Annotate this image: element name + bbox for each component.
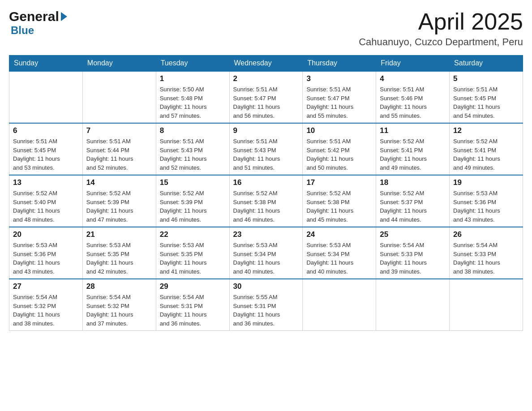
day-number: 21 — [86, 230, 152, 239]
day-number: 28 — [86, 282, 152, 291]
col-header-saturday: Saturday — [450, 56, 523, 72]
table-row: 17Sunrise: 5:52 AMSunset: 5:38 PMDayligh… — [303, 175, 376, 227]
day-number: 30 — [233, 282, 299, 291]
calendar-table: Sunday Monday Tuesday Wednesday Thursday… — [9, 55, 523, 331]
day-info: Sunrise: 5:51 AMSunset: 5:46 PMDaylight:… — [380, 85, 446, 120]
day-number: 7 — [86, 126, 152, 135]
day-number: 14 — [86, 178, 152, 187]
day-number: 19 — [453, 178, 519, 187]
calendar-header-row: Sunday Monday Tuesday Wednesday Thursday… — [9, 56, 523, 72]
day-info: Sunrise: 5:54 AMSunset: 5:32 PMDaylight:… — [86, 293, 152, 328]
day-info: Sunrise: 5:52 AMSunset: 5:39 PMDaylight:… — [86, 189, 152, 224]
day-number: 11 — [380, 126, 446, 135]
table-row — [376, 279, 450, 331]
table-row: 28Sunrise: 5:54 AMSunset: 5:32 PMDayligh… — [82, 279, 156, 331]
day-info: Sunrise: 5:52 AMSunset: 5:41 PMDaylight:… — [453, 137, 519, 172]
table-row: 1Sunrise: 5:50 AMSunset: 5:48 PMDaylight… — [156, 71, 229, 123]
day-number: 1 — [160, 74, 226, 83]
day-number: 6 — [13, 126, 79, 135]
table-row: 10Sunrise: 5:51 AMSunset: 5:42 PMDayligh… — [303, 123, 376, 175]
table-row: 15Sunrise: 5:52 AMSunset: 5:39 PMDayligh… — [156, 175, 229, 227]
day-number: 8 — [160, 126, 226, 135]
day-info: Sunrise: 5:51 AMSunset: 5:44 PMDaylight:… — [86, 137, 152, 172]
calendar-week-row: 1Sunrise: 5:50 AMSunset: 5:48 PMDaylight… — [9, 71, 523, 123]
day-number: 2 — [233, 74, 299, 83]
table-row: 19Sunrise: 5:53 AMSunset: 5:36 PMDayligh… — [450, 175, 523, 227]
col-header-wednesday: Wednesday — [229, 56, 303, 72]
day-number: 13 — [13, 178, 79, 187]
table-row: 14Sunrise: 5:52 AMSunset: 5:39 PMDayligh… — [82, 175, 156, 227]
day-info: Sunrise: 5:51 AMSunset: 5:43 PMDaylight:… — [233, 137, 299, 172]
day-number: 27 — [13, 282, 79, 291]
day-info: Sunrise: 5:53 AMSunset: 5:36 PMDaylight:… — [13, 241, 79, 276]
title-area: April 2025 Cahuanuyo, Cuzco Department, … — [359, 9, 523, 48]
day-number: 29 — [160, 282, 226, 291]
day-info: Sunrise: 5:51 AMSunset: 5:42 PMDaylight:… — [306, 137, 372, 172]
table-row: 23Sunrise: 5:53 AMSunset: 5:34 PMDayligh… — [229, 227, 303, 279]
table-row: 29Sunrise: 5:54 AMSunset: 5:31 PMDayligh… — [156, 279, 229, 331]
day-info: Sunrise: 5:54 AMSunset: 5:33 PMDaylight:… — [453, 241, 519, 276]
table-row: 20Sunrise: 5:53 AMSunset: 5:36 PMDayligh… — [9, 227, 83, 279]
day-info: Sunrise: 5:55 AMSunset: 5:31 PMDaylight:… — [233, 293, 299, 328]
table-row — [303, 279, 376, 331]
day-number: 3 — [306, 74, 372, 83]
table-row: 13Sunrise: 5:52 AMSunset: 5:40 PMDayligh… — [9, 175, 83, 227]
table-row — [450, 279, 523, 331]
day-info: Sunrise: 5:53 AMSunset: 5:34 PMDaylight:… — [233, 241, 299, 276]
table-row: 27Sunrise: 5:54 AMSunset: 5:32 PMDayligh… — [9, 279, 83, 331]
day-info: Sunrise: 5:51 AMSunset: 5:47 PMDaylight:… — [233, 85, 299, 120]
calendar-week-row: 13Sunrise: 5:52 AMSunset: 5:40 PMDayligh… — [9, 175, 523, 227]
month-title: April 2025 — [359, 9, 523, 34]
day-info: Sunrise: 5:51 AMSunset: 5:43 PMDaylight:… — [160, 137, 226, 172]
day-info: Sunrise: 5:52 AMSunset: 5:39 PMDaylight:… — [160, 189, 226, 224]
logo-triangle-icon — [61, 12, 67, 21]
day-number: 24 — [306, 230, 372, 239]
col-header-monday: Monday — [82, 56, 156, 72]
table-row — [82, 71, 156, 123]
table-row: 6Sunrise: 5:51 AMSunset: 5:45 PMDaylight… — [9, 123, 83, 175]
day-number: 4 — [380, 74, 446, 83]
day-number: 20 — [13, 230, 79, 239]
table-row: 11Sunrise: 5:52 AMSunset: 5:41 PMDayligh… — [376, 123, 450, 175]
table-row: 24Sunrise: 5:53 AMSunset: 5:34 PMDayligh… — [303, 227, 376, 279]
day-number: 10 — [306, 126, 372, 135]
day-info: Sunrise: 5:52 AMSunset: 5:37 PMDaylight:… — [380, 189, 446, 224]
logo-blue-text: Blue — [11, 24, 34, 37]
day-number: 22 — [160, 230, 226, 239]
table-row: 30Sunrise: 5:55 AMSunset: 5:31 PMDayligh… — [229, 279, 303, 331]
calendar-week-row: 6Sunrise: 5:51 AMSunset: 5:45 PMDaylight… — [9, 123, 523, 175]
logo-general-text: General — [9, 9, 67, 24]
table-row: 5Sunrise: 5:51 AMSunset: 5:45 PMDaylight… — [450, 71, 523, 123]
day-number: 18 — [380, 178, 446, 187]
day-info: Sunrise: 5:51 AMSunset: 5:45 PMDaylight:… — [13, 137, 79, 172]
day-info: Sunrise: 5:53 AMSunset: 5:36 PMDaylight:… — [453, 189, 519, 224]
day-info: Sunrise: 5:53 AMSunset: 5:34 PMDaylight:… — [306, 241, 372, 276]
day-number: 25 — [380, 230, 446, 239]
calendar-week-row: 27Sunrise: 5:54 AMSunset: 5:32 PMDayligh… — [9, 279, 523, 331]
day-number: 12 — [453, 126, 519, 135]
day-info: Sunrise: 5:51 AMSunset: 5:47 PMDaylight:… — [306, 85, 372, 120]
table-row: 4Sunrise: 5:51 AMSunset: 5:46 PMDaylight… — [376, 71, 450, 123]
col-header-thursday: Thursday — [303, 56, 376, 72]
table-row: 21Sunrise: 5:53 AMSunset: 5:35 PMDayligh… — [82, 227, 156, 279]
day-info: Sunrise: 5:52 AMSunset: 5:40 PMDaylight:… — [13, 189, 79, 224]
table-row: 16Sunrise: 5:52 AMSunset: 5:38 PMDayligh… — [229, 175, 303, 227]
col-header-sunday: Sunday — [9, 56, 83, 72]
table-row: 7Sunrise: 5:51 AMSunset: 5:44 PMDaylight… — [82, 123, 156, 175]
table-row: 12Sunrise: 5:52 AMSunset: 5:41 PMDayligh… — [450, 123, 523, 175]
table-row: 25Sunrise: 5:54 AMSunset: 5:33 PMDayligh… — [376, 227, 450, 279]
day-info: Sunrise: 5:54 AMSunset: 5:33 PMDaylight:… — [380, 241, 446, 276]
table-row — [9, 71, 83, 123]
day-info: Sunrise: 5:51 AMSunset: 5:45 PMDaylight:… — [453, 85, 519, 120]
page-header: General Blue April 2025 Cahuanuyo, Cuzco… — [9, 9, 523, 48]
day-info: Sunrise: 5:53 AMSunset: 5:35 PMDaylight:… — [160, 241, 226, 276]
day-info: Sunrise: 5:54 AMSunset: 5:32 PMDaylight:… — [13, 293, 79, 328]
table-row: 9Sunrise: 5:51 AMSunset: 5:43 PMDaylight… — [229, 123, 303, 175]
day-info: Sunrise: 5:50 AMSunset: 5:48 PMDaylight:… — [160, 85, 226, 120]
day-info: Sunrise: 5:52 AMSunset: 5:41 PMDaylight:… — [380, 137, 446, 172]
day-info: Sunrise: 5:52 AMSunset: 5:38 PMDaylight:… — [233, 189, 299, 224]
day-number: 5 — [453, 74, 519, 83]
day-number: 23 — [233, 230, 299, 239]
logo: General Blue — [9, 9, 67, 37]
table-row: 3Sunrise: 5:51 AMSunset: 5:47 PMDaylight… — [303, 71, 376, 123]
